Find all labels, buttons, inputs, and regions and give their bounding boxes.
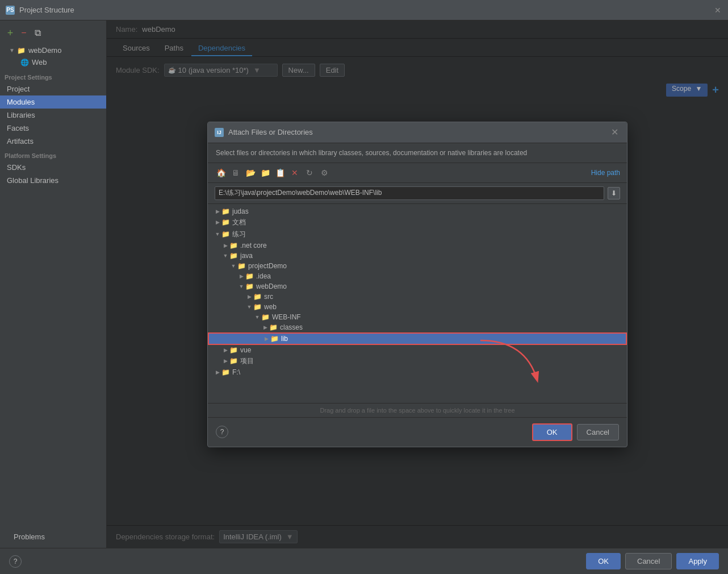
- hide-path-button[interactable]: Hide path: [591, 169, 620, 177]
- window-ok-button[interactable]: OK: [586, 553, 621, 569]
- sidebar-item-facets[interactable]: Facets: [0, 122, 106, 135]
- sidebar-item-problems[interactable]: Problems: [7, 530, 99, 543]
- sidebar-item-project[interactable]: Project: [0, 82, 106, 95]
- sidebar-item-modules[interactable]: Modules: [0, 95, 106, 109]
- dialog-buttons: ? OK Cancel: [208, 417, 627, 447]
- tree-node-classes[interactable]: ▶ 📁 classes: [208, 322, 627, 332]
- tree-node-webinf[interactable]: ▼ 📁 WEB-INF: [208, 312, 627, 322]
- platform-settings-label: Platform Settings: [0, 148, 106, 161]
- open-folder-button[interactable]: 📂: [244, 167, 257, 179]
- tree-node-src[interactable]: ▶ 📁 src: [208, 292, 627, 302]
- app-icon: PS: [6, 6, 15, 15]
- tree-node-lib[interactable]: ▶ 📁 lib: [208, 332, 627, 345]
- window-close-button[interactable]: ✕: [713, 6, 722, 15]
- dialog-toolbar: 🏠 🖥 📂 📁 📋 ✕ ↻ ⚙ Hide path: [208, 163, 627, 183]
- main-window: PS Project Structure ✕ + − ⧉ ▼ 📁 webDemo…: [0, 0, 728, 574]
- file-tree[interactable]: ▶ 📁 judas ▶ 📁 文档: [208, 204, 627, 403]
- main-panel: Name: webDemo Sources Paths Dependencies…: [107, 20, 728, 548]
- refresh-button[interactable]: ↻: [303, 167, 316, 179]
- attach-dialog: IJ Attach Files or Directories ✕ Select …: [207, 122, 627, 447]
- dialog-subtitle: Select files or directories in which lib…: [208, 143, 627, 163]
- dialog-title: Attach Files or Directories: [228, 128, 609, 136]
- remove-module-button[interactable]: −: [18, 27, 30, 39]
- path-input-row: ⬇: [208, 183, 627, 204]
- dialog-overlay: IJ Attach Files or Directories ✕ Select …: [107, 20, 728, 548]
- settings-button[interactable]: ⚙: [318, 167, 330, 179]
- tree-node-docs[interactable]: ▶ 📁 文档: [208, 217, 627, 228]
- tree-node-judas[interactable]: ▶ 📁 judas: [208, 206, 627, 217]
- window-bottom-bar: ? OK Cancel Apply: [0, 548, 728, 574]
- home-button[interactable]: 🏠: [215, 167, 227, 179]
- delete-button[interactable]: ✕: [288, 167, 301, 179]
- window-title: Project Structure: [19, 6, 713, 14]
- dialog-help-button[interactable]: ?: [216, 426, 228, 438]
- dialog-icon: IJ: [215, 128, 224, 137]
- sidebar-item-global-libraries[interactable]: Global Libraries: [0, 174, 106, 187]
- tree-node-practice[interactable]: ▼ 📁 练习: [208, 228, 627, 240]
- tree-node-netcore[interactable]: ▶ 📁 .net core: [208, 240, 627, 251]
- tree-root-item[interactable]: ▼ 📁 webDemo: [5, 44, 102, 56]
- title-bar: PS Project Structure ✕: [0, 0, 728, 20]
- new-folder-button[interactable]: 📁: [259, 167, 271, 179]
- window-cancel-button[interactable]: Cancel: [625, 553, 672, 569]
- sidebar: + − ⧉ ▼ 📁 webDemo 🌐 Web Project Settings…: [0, 20, 107, 548]
- content-area: + − ⧉ ▼ 📁 webDemo 🌐 Web Project Settings…: [0, 20, 728, 548]
- tree-node-idea[interactable]: ▶ 📁 .idea: [208, 271, 627, 281]
- tree-child-item[interactable]: 🌐 Web: [5, 56, 102, 68]
- sidebar-item-libraries[interactable]: Libraries: [0, 109, 106, 122]
- dialog-title-bar: IJ Attach Files or Directories ✕: [208, 122, 627, 143]
- window-help-button[interactable]: ?: [9, 555, 22, 568]
- dialog-cancel-button[interactable]: Cancel: [577, 424, 619, 440]
- dialog-ok-button[interactable]: OK: [532, 423, 572, 441]
- desktop-button[interactable]: 🖥: [229, 167, 242, 179]
- copy-module-button[interactable]: ⧉: [32, 27, 43, 39]
- tree-node-web[interactable]: ▼ 📁 web: [208, 302, 627, 312]
- tree-node-fdrive[interactable]: ▶ 📁 F:\: [208, 367, 627, 377]
- tree-node-webdemo[interactable]: ▼ 📁 webDemo: [208, 281, 627, 292]
- path-browse-button[interactable]: ⬇: [608, 187, 620, 199]
- path-input[interactable]: [215, 186, 604, 200]
- sidebar-toolbar: + − ⧉: [0, 25, 106, 41]
- tree-node-vue[interactable]: ▶ 📁 vue: [208, 345, 627, 355]
- tree-node-java[interactable]: ▼ 📁 java: [208, 251, 627, 261]
- sidebar-item-sdks[interactable]: SDKs: [0, 161, 106, 174]
- tree-node-projectdemo[interactable]: ▼ 📁 projectDemo: [208, 261, 627, 271]
- tree-node-project[interactable]: ▶ 📁 项目: [208, 355, 627, 367]
- project-settings-label: Project Settings: [0, 69, 106, 82]
- add-module-button[interactable]: +: [5, 27, 16, 39]
- drag-hint: Drag and drop a file into the space abov…: [208, 403, 627, 417]
- window-apply-button[interactable]: Apply: [676, 553, 719, 569]
- recent-button[interactable]: 📋: [274, 167, 286, 179]
- dialog-close-button[interactable]: ✕: [609, 127, 620, 138]
- sidebar-item-artifacts[interactable]: Artifacts: [0, 135, 106, 148]
